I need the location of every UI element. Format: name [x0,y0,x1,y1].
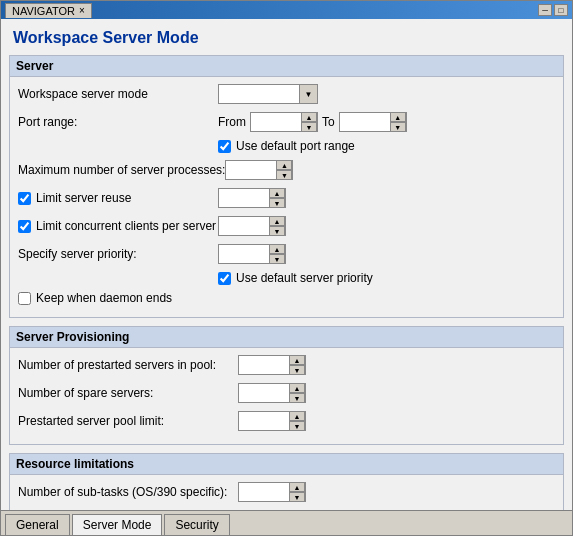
titlebar: NAVIGATOR × ─ □ [1,1,572,19]
page-title: Workspace Server Mode [1,19,572,55]
port-from-up[interactable]: ▲ [301,112,317,122]
spare-servers-down[interactable]: ▼ [289,393,305,403]
pool-limit-buttons: ▲ ▼ [289,411,305,431]
workspace-server-mode-arrow[interactable]: ▼ [300,84,318,104]
navigator-tab-close[interactable]: × [79,5,85,16]
limit-concurrent-checkbox[interactable] [18,220,31,233]
spare-servers-up[interactable]: ▲ [289,383,305,393]
subtasks-up[interactable]: ▲ [289,482,305,492]
max-server-processes-up[interactable]: ▲ [276,160,292,170]
subtasks-down[interactable]: ▼ [289,492,305,502]
max-server-processes-spinner: 0 ▲ ▼ [225,160,293,180]
limit-concurrent-down[interactable]: ▼ [269,226,285,236]
server-section-header: Server [10,56,563,77]
use-default-port-checkbox[interactable] [218,140,231,153]
resources-section: Resource limitations Number of sub-tasks… [9,453,564,510]
window-controls: ─ □ [538,4,568,16]
port-from-buttons: ▲ ▼ [301,112,317,132]
prestarted-buttons: ▲ ▼ [289,355,305,375]
spare-servers-buttons: ▲ ▼ [289,383,305,403]
port-to-up[interactable]: ▲ [390,112,406,122]
pool-limit-up[interactable]: ▲ [289,411,305,421]
main-window: NAVIGATOR × ─ □ Workspace Server Mode Se… [0,0,573,536]
prestarted-down[interactable]: ▼ [289,365,305,375]
prestarted-row: Number of prestarted servers in pool: 0 … [18,354,555,376]
bottom-tabs: General Server Mode Security [1,510,572,535]
spare-servers-spinner: 0 ▲ ▼ [238,383,306,403]
provisioning-section-body: Number of prestarted servers in pool: 0 … [10,348,563,444]
port-to-spinner: 0 ▲ ▼ [339,112,407,132]
keep-daemon-checkbox[interactable] [18,292,31,305]
server-section-body: Workspace server mode ▼ Port range: From… [10,77,563,317]
subtasks-input[interactable]: 0 [239,483,289,501]
navigator-tab-label: NAVIGATOR [12,5,75,17]
navigator-tab[interactable]: NAVIGATOR × [5,3,92,18]
use-default-priority-checkbox[interactable] [218,272,231,285]
specify-priority-down[interactable]: ▼ [269,254,285,264]
subtasks-row: Number of sub-tasks (OS/390 specific): 0… [18,481,555,503]
limit-concurrent-row: Limit concurrent clients per server 0 ▲ … [18,215,555,237]
limit-server-reuse-buttons: ▲ ▼ [269,188,285,208]
specify-priority-input[interactable]: 0 [219,245,269,263]
prestarted-input[interactable]: 0 [239,356,289,374]
limit-server-reuse-input[interactable]: 50 [219,189,269,207]
spare-servers-label: Number of spare servers: [18,386,238,400]
keep-daemon-row: Keep when daemon ends [18,291,555,305]
port-from-spinner: 0 ▲ ▼ [250,112,318,132]
to-label: To [322,115,335,129]
use-default-priority-row: Use default server priority [218,271,555,285]
prestarted-label: Number of prestarted servers in pool: [18,358,238,372]
limit-server-reuse-up[interactable]: ▲ [269,188,285,198]
pool-limit-down[interactable]: ▼ [289,421,305,431]
limit-server-reuse-checkbox[interactable] [18,192,31,205]
spare-servers-row: Number of spare servers: 0 ▲ ▼ [18,382,555,404]
port-to-input[interactable]: 0 [340,113,390,131]
limit-server-reuse-down[interactable]: ▼ [269,198,285,208]
limit-server-reuse-spinner: 50 ▲ ▼ [218,188,286,208]
tab-security[interactable]: Security [164,514,229,535]
pool-limit-input[interactable]: 0 [239,412,289,430]
port-range-inputs: From 0 ▲ ▼ To 0 ▲ [218,112,407,132]
port-to-buttons: ▲ ▼ [390,112,406,132]
prestarted-spinner: 0 ▲ ▼ [238,355,306,375]
resources-section-body: Number of sub-tasks (OS/390 specific): 0… [10,475,563,510]
limit-concurrent-input[interactable]: 0 [219,217,269,235]
tab-general[interactable]: General [5,514,70,535]
spare-servers-input[interactable]: 0 [239,384,289,402]
port-to-down[interactable]: ▼ [390,122,406,132]
server-section: Server Workspace server mode ▼ Port rang… [9,55,564,318]
port-range-row: Port range: From 0 ▲ ▼ To 0 [18,111,555,133]
prestarted-up[interactable]: ▲ [289,355,305,365]
workspace-server-mode-input[interactable] [218,84,300,104]
port-from-input[interactable]: 0 [251,113,301,131]
specify-priority-spinner: 0 ▲ ▼ [218,244,286,264]
workspace-server-mode-row: Workspace server mode ▼ [18,83,555,105]
limit-concurrent-spinner: 0 ▲ ▼ [218,216,286,236]
specify-priority-label: Specify server priority: [18,247,218,261]
specify-priority-row: Specify server priority: 0 ▲ ▼ [18,243,555,265]
port-from-down[interactable]: ▼ [301,122,317,132]
pool-limit-label: Prestarted server pool limit: [18,414,238,428]
minimize-button[interactable]: ─ [538,4,552,16]
use-default-port-row: Use default port range [218,139,555,153]
maximize-button[interactable]: □ [554,4,568,16]
workspace-server-mode-label: Workspace server mode [18,87,218,101]
limit-server-reuse-label: Limit server reuse [36,191,131,205]
tab-server-mode[interactable]: Server Mode [72,514,163,535]
keep-daemon-label: Keep when daemon ends [36,291,172,305]
specify-priority-up[interactable]: ▲ [269,244,285,254]
limit-concurrent-buttons: ▲ ▼ [269,216,285,236]
max-server-processes-input[interactable]: 0 [226,161,276,179]
specify-priority-buttons: ▲ ▼ [269,244,285,264]
limit-concurrent-up[interactable]: ▲ [269,216,285,226]
workspace-server-mode-dropdown-container: ▼ [218,84,318,104]
max-server-processes-down[interactable]: ▼ [276,170,292,180]
from-label: From [218,115,246,129]
subtasks-spinner: 0 ▲ ▼ [238,482,306,502]
use-default-priority-label: Use default server priority [236,271,373,285]
resources-section-header: Resource limitations [10,454,563,475]
subtasks-label: Number of sub-tasks (OS/390 specific): [18,485,238,499]
max-server-processes-buttons: ▲ ▼ [276,160,292,180]
max-server-processes-label: Maximum number of server processes: [18,163,225,177]
pool-limit-row: Prestarted server pool limit: 0 ▲ ▼ [18,410,555,432]
